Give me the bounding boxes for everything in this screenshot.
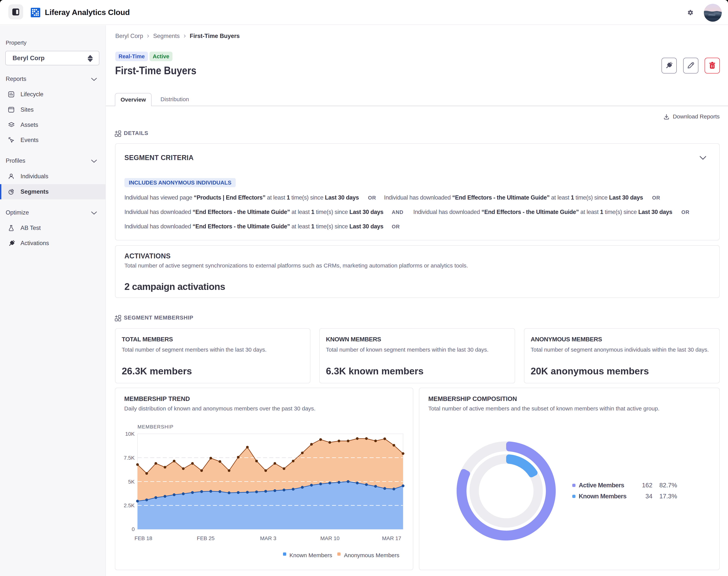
svg-text:Anonymous Members: Anonymous Members (344, 552, 399, 558)
svg-text:2.5K: 2.5K (124, 502, 135, 509)
svg-text:Known Members: Known Members (579, 493, 626, 500)
svg-text:5K: 5K (128, 479, 135, 485)
svg-text:10K: 10K (125, 431, 135, 437)
svg-text:0: 0 (132, 526, 135, 532)
svg-text:MAR 17: MAR 17 (382, 536, 401, 541)
svg-text:82.7%: 82.7% (659, 482, 677, 489)
svg-text:162: 162 (642, 482, 652, 489)
svg-text:Known Members: Known Members (289, 552, 332, 558)
svg-text:7.5K: 7.5K (124, 455, 135, 461)
svg-text:FEB 25: FEB 25 (197, 536, 215, 541)
svg-text:FEB 18: FEB 18 (135, 536, 152, 541)
svg-text:MEMBERSHIP: MEMBERSHIP (138, 424, 174, 430)
svg-text:17.3%: 17.3% (659, 493, 677, 500)
svg-text:Active Members: Active Members (579, 482, 624, 489)
svg-text:MAR 10: MAR 10 (320, 536, 339, 541)
svg-text:MAR 3: MAR 3 (260, 536, 276, 541)
svg-text:34: 34 (645, 493, 652, 500)
